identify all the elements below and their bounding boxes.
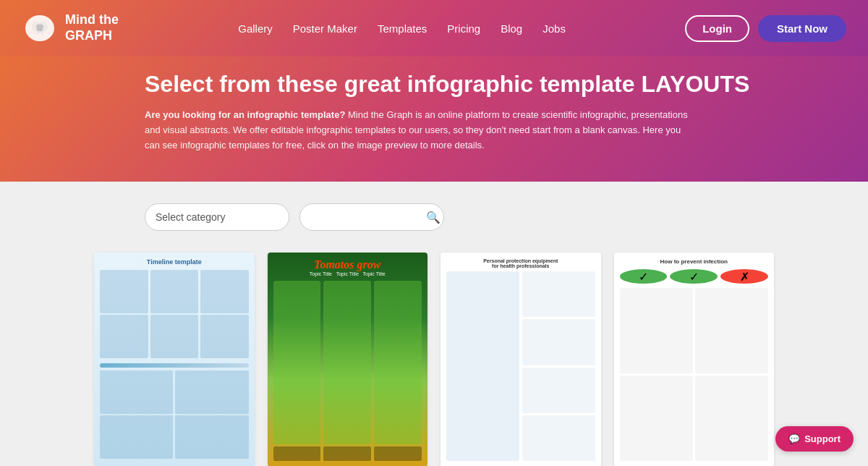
- login-button[interactable]: Login: [685, 15, 749, 42]
- nav-pricing[interactable]: Pricing: [447, 22, 480, 35]
- main-nav: Gallery Poster Maker Templates Pricing B…: [238, 22, 566, 35]
- main-content: Select category 🔍 Timeline template: [0, 182, 868, 466]
- support-icon: 💬: [788, 433, 800, 444]
- logo[interactable]: Mind the GRAPH: [22, 10, 119, 46]
- support-button[interactable]: 💬 Support: [775, 426, 854, 452]
- search-input[interactable]: [310, 211, 426, 223]
- nav-poster-maker[interactable]: Poster Maker: [293, 22, 357, 35]
- category-dropdown[interactable]: Select category: [145, 203, 289, 231]
- tmpl-timeline-title: Timeline template: [100, 258, 249, 266]
- hero-section: Select from these great infographic temp…: [0, 56, 868, 182]
- template-card-infection[interactable]: How to prevent infection ✓ ✓ ✗: [614, 253, 775, 466]
- tmpl-tomatoes-title: Tomatos grow: [314, 258, 380, 271]
- templates-grid: Timeline template Tomatos grow Topic Tit…: [22, 253, 846, 466]
- template-card-tomatoes[interactable]: Tomatos grow Topic Title Topic Title Top…: [268, 253, 428, 466]
- template-card-timeline[interactable]: Timeline template: [94, 253, 255, 466]
- hero-bold: Are you looking for an infographic templ…: [145, 109, 345, 120]
- hero-body: Are you looking for an infographic templ…: [145, 108, 694, 153]
- nav-gallery[interactable]: Gallery: [238, 22, 273, 35]
- nav-jobs[interactable]: Jobs: [542, 22, 566, 35]
- tmpl-ppe-title: Personal protection equipmentfor health …: [446, 258, 595, 268]
- nav-blog[interactable]: Blog: [501, 22, 522, 35]
- hero-heading: Select from these great infographic temp…: [145, 71, 846, 98]
- header-buttons: Login Start Now: [685, 15, 846, 42]
- search-area: Select category 🔍: [22, 203, 846, 231]
- template-card-ppe[interactable]: Personal protection equipmentfor health …: [441, 253, 601, 466]
- search-icon[interactable]: 🔍: [426, 211, 441, 224]
- header: Mind the GRAPH Gallery Poster Maker Temp…: [0, 0, 868, 56]
- logo-icon: [22, 10, 58, 46]
- support-label: Support: [804, 433, 841, 444]
- logo-line2: GRAPH: [65, 28, 119, 44]
- tmpl-infection-title: How to prevent infection: [620, 258, 769, 265]
- nav-templates[interactable]: Templates: [378, 22, 427, 35]
- search-box: 🔍: [299, 203, 444, 231]
- start-now-button[interactable]: Start Now: [758, 15, 846, 42]
- logo-line1: Mind the: [65, 12, 119, 28]
